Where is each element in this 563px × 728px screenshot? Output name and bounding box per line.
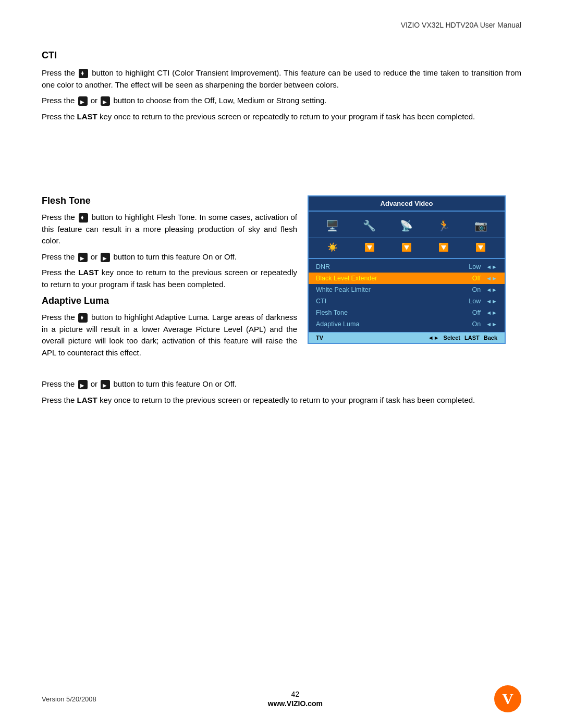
- cti-section: CTI Press the button to highlight CTI (C…: [42, 50, 521, 122]
- tv-menu-item-value: Low: [469, 298, 481, 305]
- tv-footer-back-label: Back: [484, 335, 497, 341]
- tv-menu-item: CTI Low ◄►: [309, 295, 505, 307]
- tv-menu-item-value: Low: [469, 263, 481, 270]
- tv-menu-item-arrow: ◄►: [486, 321, 497, 327]
- al-updown-icon: [78, 313, 88, 323]
- flesh-tone-text-col: Flesh Tone Press the button to highlight…: [42, 195, 297, 363]
- cti-para2-prefix: Press the: [42, 96, 77, 105]
- tv-menu-item-name: Flesh Tone: [316, 309, 472, 316]
- cti-title: CTI: [42, 50, 521, 61]
- tv-menu-icons-row2: ☀️ 🔽 🔽 🔽 🔽: [309, 238, 505, 259]
- tv-menu-item: DNR Low ◄►: [309, 261, 505, 273]
- tv-icon-figure: 🏃: [433, 216, 455, 236]
- tv-footer-arrows: ◄►: [428, 335, 439, 341]
- adaptive-luma-section: Adaptive Luma Press the button to highli…: [42, 295, 297, 359]
- flesh-tone-para1: Press the button to highlight Flesh Tone…: [42, 212, 297, 247]
- ft-para1-prefix: Press the: [42, 213, 78, 221]
- tv-icon-sun: ☀️: [323, 239, 342, 255]
- al-para3-prefix: Press the: [42, 396, 77, 404]
- tv-icon-settings: 🔧: [359, 216, 381, 236]
- tv-icon-down1: 🔽: [360, 239, 380, 255]
- tv-icon-monitor: 🖥️: [322, 216, 344, 236]
- footer-center: 42 www.VIZIO.com: [268, 690, 323, 708]
- manual-title: VIZIO VX32L HDTV20A User Manual: [401, 21, 521, 29]
- tv-menu-screenshot: Advanced Video 🖥️ 🔧 📡 🏃 📷 ☀️ 🔽 🔽 🔽 🔽: [308, 195, 506, 344]
- cti-para1-prefix: Press the: [42, 68, 78, 77]
- al-para1: Press the button to highlight Adaptive L…: [42, 312, 297, 359]
- tv-menu-item-arrow: ◄►: [486, 287, 497, 293]
- tv-icon-down3: 🔽: [434, 239, 454, 255]
- tv-menu-item-value: On: [472, 286, 481, 293]
- cti-para1-text: button to highlight CTI (Color Transient…: [42, 68, 521, 89]
- tv-menu-item: Black Level Extender Off ◄►: [309, 273, 505, 284]
- al-last-key: LAST: [77, 396, 97, 404]
- tv-menu-item-value: On: [472, 320, 481, 328]
- tv-menu-item: Adaptive Luma On ◄►: [309, 318, 505, 330]
- up-down-icon: [79, 69, 88, 78]
- tv-menu-icons-row1: 🖥️ 🔧 📡 🏃 📷: [309, 212, 505, 238]
- cti-para2: Press the or button to choose from the O…: [42, 95, 521, 107]
- cti-last-key: LAST: [77, 112, 97, 121]
- page-footer: Version 5/20/2008 42 www.VIZIO.com V: [42, 685, 521, 712]
- flesh-tone-para2: Press the or button to turn this feature…: [42, 251, 297, 263]
- cti-para3-prefix: Press the: [42, 112, 77, 121]
- tv-footer-last-label: LAST: [464, 335, 480, 341]
- tv-menu-item-name: Black Level Extender: [316, 275, 472, 282]
- cti-para3: Press the LAST key once to return to the…: [42, 111, 521, 123]
- right-arrow-icon-2: [101, 96, 110, 106]
- ft-updown-icon: [79, 213, 88, 223]
- ft-right-icon-2: [101, 253, 110, 262]
- tv-menu-item-arrow: ◄►: [486, 264, 497, 270]
- al-para2-suffix: button to turn this feature On or Off.: [113, 379, 237, 388]
- flesh-tone-title: Flesh Tone: [42, 195, 297, 206]
- page-header: VIZIO VX32L HDTV20A User Manual: [42, 21, 521, 29]
- ft-right-icon-1: [78, 253, 88, 262]
- tv-menu-item: Flesh Tone Off ◄►: [309, 307, 505, 318]
- adaptive-luma-title: Adaptive Luma: [42, 295, 297, 306]
- flesh-tone-para3: Press the LAST key once to return to the…: [42, 267, 297, 290]
- ft-para2-mid: or: [91, 252, 100, 261]
- right-arrow-icon-1: [78, 96, 88, 106]
- al-para3-suffix: key once to return to the previous scree…: [100, 396, 475, 404]
- tv-icon-camera: 📷: [470, 216, 492, 236]
- tv-menu-item-name: Adaptive Luma: [316, 320, 472, 328]
- tv-menu-item-value: Off: [472, 309, 481, 316]
- tv-menu-item: White Peak Limiter On ◄►: [309, 284, 505, 295]
- tv-footer-controls: ◄► Select LAST Back: [428, 335, 497, 341]
- al-para3: Press the LAST key once to return to the…: [42, 394, 521, 406]
- footer-version: Version 5/20/2008: [42, 695, 96, 703]
- al-para2-mid: or: [91, 379, 100, 388]
- tv-menu-item-name: DNR: [316, 263, 469, 270]
- tv-menu-item-value: Off: [472, 275, 481, 282]
- ft-para2-suffix: button to turn this feature On or Off.: [113, 252, 237, 261]
- tv-menu-item-arrow: ◄►: [486, 298, 497, 304]
- tv-menu-item-name: White Peak Limiter: [316, 286, 472, 293]
- tv-icon-down4: 🔽: [471, 239, 491, 255]
- tv-footer-select-label: Select: [444, 335, 460, 341]
- tv-footer-channel: TV: [316, 335, 323, 341]
- al-para1-prefix: Press the: [42, 313, 77, 322]
- cti-para3-suffix: key once to return to the previous scree…: [100, 112, 475, 121]
- ft-para2-prefix: Press the: [42, 252, 77, 261]
- tv-menu-items-list: DNR Low ◄► Black Level Extender Off ◄► W…: [309, 259, 505, 332]
- ft-last-key: LAST: [78, 268, 99, 277]
- vizio-v-letter: V: [502, 690, 513, 708]
- cti-para2-suffix: button to choose from the Off, Low, Medi…: [113, 96, 326, 105]
- adaptive-luma-bottom: Press the or button to turn this feature…: [42, 378, 521, 406]
- page-number: 42: [268, 690, 323, 698]
- tv-menu-col: Advanced Video 🖥️ 🔧 📡 🏃 📷 ☀️ 🔽 🔽 🔽 🔽: [308, 195, 521, 363]
- tv-menu-item-arrow: ◄►: [486, 275, 497, 281]
- cti-para2-mid: or: [91, 96, 100, 105]
- page-container: VIZIO VX32L HDTV20A User Manual CTI Pres…: [0, 0, 563, 728]
- tv-menu-title: Advanced Video: [309, 196, 505, 212]
- footer-website: www.VIZIO.com: [268, 699, 323, 708]
- spacer-1: [42, 154, 521, 195]
- tv-icon-satellite: 📡: [396, 216, 418, 236]
- tv-icon-down2: 🔽: [397, 239, 417, 255]
- al-right-icon-1: [78, 380, 88, 389]
- tv-menu-item-name: CTI: [316, 298, 469, 305]
- vizio-logo: V: [494, 685, 521, 712]
- flesh-tone-section: Flesh Tone Press the button to highlight…: [42, 195, 521, 363]
- al-right-icon-2: [101, 380, 110, 389]
- ft-para3-prefix: Press the: [42, 268, 78, 277]
